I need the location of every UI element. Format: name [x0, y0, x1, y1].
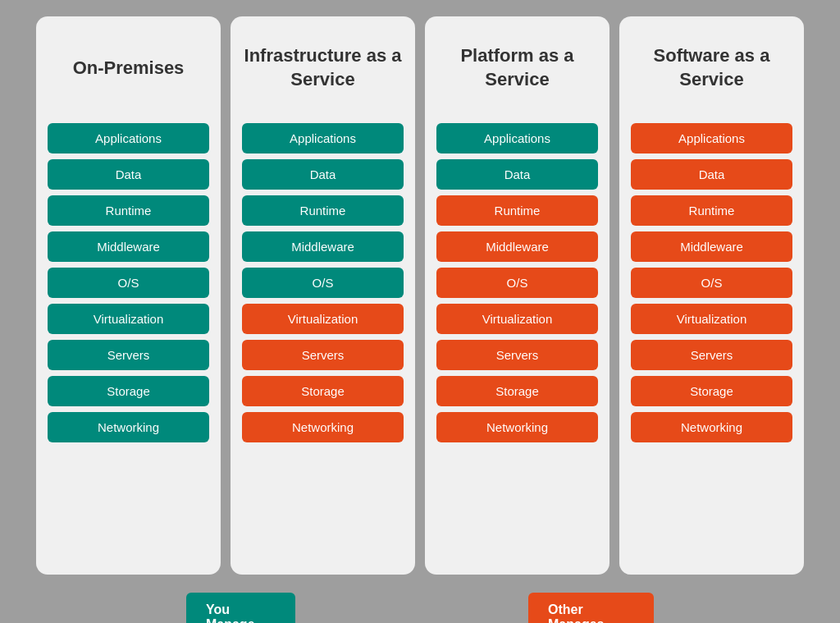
- column-iaas: Infrastructure as a ServiceApplicationsD…: [231, 16, 415, 575]
- column-title-paas: Platform as a Service: [436, 31, 598, 105]
- item-networking-saas: Networking: [631, 412, 792, 442]
- items-list-on-premises: ApplicationsDataRuntimeMiddlewareO/SVirt…: [48, 123, 209, 442]
- item-applications-paas: Applications: [436, 123, 598, 153]
- item-data-on-premises: Data: [48, 159, 209, 190]
- columns-wrapper: On-PremisesApplicationsDataRuntimeMiddle…: [16, 16, 824, 575]
- item-virtualization-paas: Virtualization: [436, 304, 598, 334]
- column-title-saas: Software as a Service: [631, 31, 792, 105]
- item-o-s-on-premises: O/S: [48, 268, 209, 298]
- items-list-saas: ApplicationsDataRuntimeMiddlewareO/SVirt…: [631, 123, 792, 442]
- item-storage-saas: Storage: [631, 376, 792, 406]
- legend-row: You Manage Other Manages: [0, 593, 840, 623]
- items-list-iaas: ApplicationsDataRuntimeMiddlewareO/SVirt…: [242, 123, 404, 442]
- item-runtime-on-premises: Runtime: [48, 195, 209, 226]
- item-virtualization-on-premises: Virtualization: [48, 304, 209, 334]
- item-servers-paas: Servers: [436, 340, 598, 370]
- items-list-paas: ApplicationsDataRuntimeMiddlewareO/SVirt…: [436, 123, 598, 442]
- item-virtualization-iaas: Virtualization: [242, 304, 404, 334]
- item-servers-on-premises: Servers: [48, 340, 209, 370]
- item-o-s-iaas: O/S: [242, 268, 404, 298]
- item-applications-saas: Applications: [631, 123, 792, 153]
- item-middleware-iaas: Middleware: [242, 231, 404, 262]
- item-servers-iaas: Servers: [242, 340, 404, 370]
- item-storage-paas: Storage: [436, 376, 598, 406]
- item-networking-on-premises: Networking: [48, 412, 209, 442]
- item-servers-saas: Servers: [631, 340, 792, 370]
- main-container: On-PremisesApplicationsDataRuntimeMiddle…: [16, 16, 824, 623]
- item-networking-iaas: Networking: [242, 412, 404, 442]
- item-runtime-saas: Runtime: [631, 195, 792, 226]
- item-storage-on-premises: Storage: [48, 376, 209, 406]
- item-data-saas: Data: [631, 159, 792, 190]
- item-o-s-saas: O/S: [631, 268, 792, 298]
- column-saas: Software as a ServiceApplicationsDataRun…: [619, 16, 804, 575]
- item-o-s-paas: O/S: [436, 268, 598, 298]
- item-middleware-on-premises: Middleware: [48, 231, 209, 262]
- item-networking-paas: Networking: [436, 412, 598, 442]
- item-runtime-iaas: Runtime: [242, 195, 404, 226]
- column-title-on-premises: On-Premises: [73, 31, 185, 105]
- item-applications-iaas: Applications: [242, 123, 404, 153]
- item-data-iaas: Data: [242, 159, 404, 190]
- column-on-premises: On-PremisesApplicationsDataRuntimeMiddle…: [36, 16, 221, 575]
- item-applications-on-premises: Applications: [48, 123, 209, 153]
- other-manages-badge: Other Manages: [528, 593, 654, 623]
- column-paas: Platform as a ServiceApplicationsDataRun…: [425, 16, 609, 575]
- item-middleware-saas: Middleware: [631, 231, 792, 262]
- item-middleware-paas: Middleware: [436, 231, 598, 262]
- item-data-paas: Data: [436, 159, 598, 190]
- item-storage-iaas: Storage: [242, 376, 404, 406]
- you-manage-badge: You Manage: [186, 593, 295, 623]
- column-title-iaas: Infrastructure as a Service: [242, 31, 404, 105]
- item-runtime-paas: Runtime: [436, 195, 598, 226]
- item-virtualization-saas: Virtualization: [631, 304, 792, 334]
